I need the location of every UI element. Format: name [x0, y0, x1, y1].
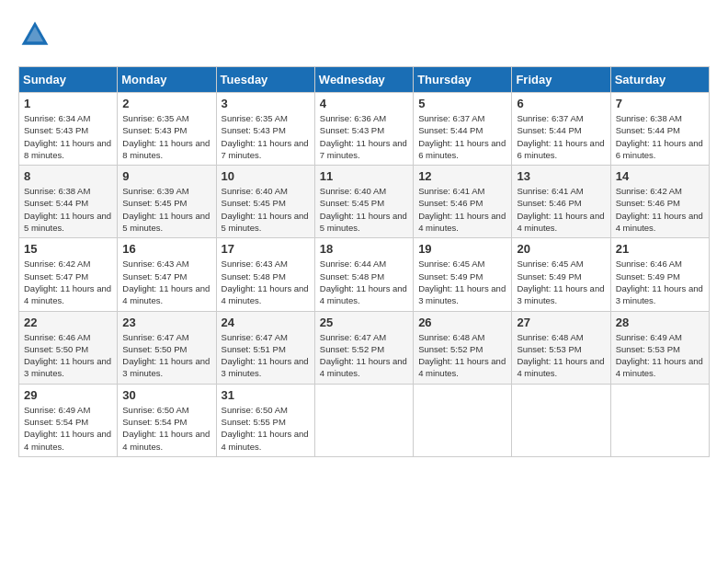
day-number: 17 — [222, 242, 310, 256]
day-number: 20 — [517, 242, 605, 256]
calendar-header-monday: Monday — [118, 67, 216, 93]
day-number: 15 — [24, 242, 112, 256]
table-row: 22Sunrise: 6:46 AMSunset: 5:50 PMDayligh… — [19, 311, 118, 384]
day-number: 3 — [222, 97, 310, 110]
calendar-header-tuesday: Tuesday — [216, 67, 314, 93]
day-info: Sunrise: 6:38 AMSunset: 5:44 PMDaylight:… — [616, 112, 704, 161]
day-info: Sunrise: 6:47 AMSunset: 5:50 PMDaylight:… — [122, 331, 210, 380]
day-number: 9 — [122, 169, 210, 183]
calendar-week-row: 8Sunrise: 6:38 AMSunset: 5:44 PMDaylight… — [19, 166, 710, 238]
table-row: 20Sunrise: 6:45 AMSunset: 5:49 PMDayligh… — [512, 238, 610, 311]
table-row: 17Sunrise: 6:43 AMSunset: 5:48 PMDayligh… — [216, 238, 314, 311]
table-row: 3Sunrise: 6:35 AMSunset: 5:43 PMDaylight… — [216, 93, 314, 166]
table-row: 19Sunrise: 6:45 AMSunset: 5:49 PMDayligh… — [414, 238, 512, 311]
calendar-week-row: 29Sunrise: 6:49 AMSunset: 5:54 PMDayligh… — [19, 384, 710, 456]
day-info: Sunrise: 6:42 AMSunset: 5:47 PMDaylight:… — [24, 258, 112, 306]
day-number: 30 — [122, 388, 210, 402]
day-info: Sunrise: 6:49 AMSunset: 5:53 PMDaylight:… — [616, 331, 704, 380]
day-number: 27 — [517, 316, 605, 329]
calendar-table: SundayMondayTuesdayWednesdayThursdayFrid… — [18, 66, 710, 457]
day-number: 28 — [616, 316, 704, 329]
day-info: Sunrise: 6:43 AMSunset: 5:47 PMDaylight:… — [122, 258, 210, 306]
day-info: Sunrise: 6:40 AMSunset: 5:45 PMDaylight:… — [320, 185, 408, 234]
day-number: 10 — [222, 169, 310, 183]
day-number: 11 — [320, 169, 408, 183]
day-number: 21 — [616, 242, 704, 256]
table-row: 23Sunrise: 6:47 AMSunset: 5:50 PMDayligh… — [118, 311, 216, 384]
table-row: 28Sunrise: 6:49 AMSunset: 5:53 PMDayligh… — [610, 311, 709, 384]
table-row: 15Sunrise: 6:42 AMSunset: 5:47 PMDayligh… — [19, 238, 118, 311]
logo-icon — [18, 18, 51, 52]
day-info: Sunrise: 6:46 AMSunset: 5:49 PMDaylight:… — [616, 258, 704, 306]
day-info: Sunrise: 6:50 AMSunset: 5:54 PMDaylight:… — [122, 404, 210, 453]
day-info: Sunrise: 6:48 AMSunset: 5:52 PMDaylight:… — [418, 331, 506, 380]
calendar-header-saturday: Saturday — [610, 67, 709, 93]
day-number: 8 — [24, 169, 112, 183]
day-info: Sunrise: 6:35 AMSunset: 5:43 PMDaylight:… — [122, 112, 210, 161]
table-row: 10Sunrise: 6:40 AMSunset: 5:45 PMDayligh… — [216, 166, 314, 238]
table-row: 24Sunrise: 6:47 AMSunset: 5:51 PMDayligh… — [216, 311, 314, 384]
day-number: 6 — [517, 97, 605, 110]
calendar-header-thursday: Thursday — [414, 67, 512, 93]
calendar-week-row: 22Sunrise: 6:46 AMSunset: 5:50 PMDayligh… — [19, 311, 710, 384]
calendar-header-wednesday: Wednesday — [314, 67, 413, 93]
table-row: 12Sunrise: 6:41 AMSunset: 5:46 PMDayligh… — [414, 166, 512, 238]
calendar-header-sunday: Sunday — [19, 67, 118, 93]
day-number: 24 — [222, 316, 310, 329]
table-row: 7Sunrise: 6:38 AMSunset: 5:44 PMDaylight… — [610, 93, 709, 166]
table-row: 18Sunrise: 6:44 AMSunset: 5:48 PMDayligh… — [314, 238, 413, 311]
day-info: Sunrise: 6:37 AMSunset: 5:44 PMDaylight:… — [418, 112, 506, 161]
day-number: 31 — [222, 388, 310, 402]
day-info: Sunrise: 6:49 AMSunset: 5:54 PMDaylight:… — [24, 404, 112, 453]
table-row: 13Sunrise: 6:41 AMSunset: 5:46 PMDayligh… — [512, 166, 610, 238]
day-info: Sunrise: 6:43 AMSunset: 5:48 PMDaylight:… — [222, 258, 310, 306]
day-info: Sunrise: 6:34 AMSunset: 5:43 PMDaylight:… — [24, 112, 112, 161]
day-number: 4 — [320, 97, 408, 110]
day-info: Sunrise: 6:45 AMSunset: 5:49 PMDaylight:… — [517, 258, 605, 306]
day-info: Sunrise: 6:47 AMSunset: 5:51 PMDaylight:… — [222, 331, 310, 380]
day-number: 16 — [122, 242, 210, 256]
day-info: Sunrise: 6:39 AMSunset: 5:45 PMDaylight:… — [122, 185, 210, 234]
table-row — [414, 384, 512, 456]
table-row: 30Sunrise: 6:50 AMSunset: 5:54 PMDayligh… — [118, 384, 216, 456]
day-number: 5 — [418, 97, 506, 110]
day-number: 23 — [122, 316, 210, 329]
day-number: 7 — [616, 97, 704, 110]
day-info: Sunrise: 6:41 AMSunset: 5:46 PMDaylight:… — [418, 185, 506, 234]
day-number: 1 — [24, 97, 112, 110]
day-number: 29 — [24, 388, 112, 402]
day-number: 13 — [517, 169, 605, 183]
day-info: Sunrise: 6:42 AMSunset: 5:46 PMDaylight:… — [616, 185, 704, 234]
day-info: Sunrise: 6:48 AMSunset: 5:53 PMDaylight:… — [517, 331, 605, 380]
calendar-header-friday: Friday — [512, 67, 610, 93]
table-row: 2Sunrise: 6:35 AMSunset: 5:43 PMDaylight… — [118, 93, 216, 166]
day-info: Sunrise: 6:50 AMSunset: 5:55 PMDaylight:… — [222, 404, 310, 453]
day-number: 18 — [320, 242, 408, 256]
table-row — [314, 384, 413, 456]
calendar-week-row: 1Sunrise: 6:34 AMSunset: 5:43 PMDaylight… — [19, 93, 710, 166]
table-row: 4Sunrise: 6:36 AMSunset: 5:43 PMDaylight… — [314, 93, 413, 166]
day-info: Sunrise: 6:38 AMSunset: 5:44 PMDaylight:… — [24, 185, 112, 234]
table-row: 9Sunrise: 6:39 AMSunset: 5:45 PMDaylight… — [118, 166, 216, 238]
table-row: 29Sunrise: 6:49 AMSunset: 5:54 PMDayligh… — [19, 384, 118, 456]
day-info: Sunrise: 6:47 AMSunset: 5:52 PMDaylight:… — [320, 331, 408, 380]
calendar-week-row: 15Sunrise: 6:42 AMSunset: 5:47 PMDayligh… — [19, 238, 710, 311]
day-number: 26 — [418, 316, 506, 329]
table-row: 5Sunrise: 6:37 AMSunset: 5:44 PMDaylight… — [414, 93, 512, 166]
day-number: 12 — [418, 169, 506, 183]
day-number: 19 — [418, 242, 506, 256]
day-info: Sunrise: 6:40 AMSunset: 5:45 PMDaylight:… — [222, 185, 310, 234]
table-row — [610, 384, 709, 456]
day-info: Sunrise: 6:45 AMSunset: 5:49 PMDaylight:… — [418, 258, 506, 306]
day-info: Sunrise: 6:46 AMSunset: 5:50 PMDaylight:… — [24, 331, 112, 380]
table-row: 1Sunrise: 6:34 AMSunset: 5:43 PMDaylight… — [19, 93, 118, 166]
day-number: 22 — [24, 316, 112, 329]
table-row: 11Sunrise: 6:40 AMSunset: 5:45 PMDayligh… — [314, 166, 413, 238]
table-row: 26Sunrise: 6:48 AMSunset: 5:52 PMDayligh… — [414, 311, 512, 384]
calendar-header-row: SundayMondayTuesdayWednesdayThursdayFrid… — [19, 67, 710, 93]
day-number: 14 — [616, 169, 704, 183]
table-row: 16Sunrise: 6:43 AMSunset: 5:47 PMDayligh… — [118, 238, 216, 311]
day-info: Sunrise: 6:36 AMSunset: 5:43 PMDaylight:… — [320, 112, 408, 161]
logo — [18, 18, 55, 52]
table-row: 31Sunrise: 6:50 AMSunset: 5:55 PMDayligh… — [216, 384, 314, 456]
